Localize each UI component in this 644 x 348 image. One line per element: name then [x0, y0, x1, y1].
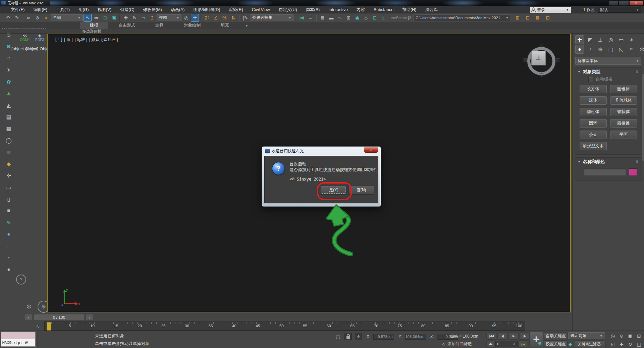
menu-item[interactable]: 视图(V) — [93, 6, 116, 13]
ribbon-tab[interactable]: 选择 — [145, 22, 174, 29]
menu-item[interactable]: 图形编辑器(D) — [189, 6, 224, 13]
reference-coordinate-dropdown[interactable]: 视图 ▼ — [157, 14, 181, 21]
pan-icon[interactable]: ✚ — [618, 340, 626, 348]
rectangular-selection-icon[interactable]: □ — [101, 14, 109, 22]
minimize-button[interactable]: ─ — [608, 0, 619, 6]
spinner-snap-icon[interactable]: ⇅ — [229, 14, 237, 22]
window-copy-icon[interactable]: ⊠ — [534, 14, 542, 22]
menu-item[interactable]: Interactive — [324, 6, 352, 13]
geometry-category-dropdown[interactable]: 标准基本体 ▼ — [575, 57, 641, 65]
maxscript-mini-listener[interactable]: MAXScript 迷 — [1, 332, 36, 347]
menu-item[interactable]: 脚本(S) — [302, 6, 324, 13]
chevron-down-icon[interactable]: ▼ — [245, 24, 248, 28]
primitive-button[interactable]: 长方体 — [580, 85, 607, 93]
edit-named-selections-icon[interactable]: {✎ — [241, 14, 249, 22]
menu-item[interactable]: 帮助(H) — [398, 6, 421, 13]
key-filters-button[interactable]: 关键点过滤器.. — [575, 340, 606, 348]
auto-key-button[interactable]: 自动关键点 — [544, 332, 568, 340]
no-button[interactable]: 否(N) — [348, 186, 374, 195]
select-and-manipulate-icon[interactable]: ✛ — [191, 14, 199, 22]
primitive-button[interactable]: 几何球体 — [610, 96, 637, 105]
current-frame-field[interactable]: 0 ⇕ — [495, 341, 518, 347]
maximize-button[interactable]: ▢ — [619, 0, 629, 6]
layers-icon[interactable]: ≣ — [4, 148, 13, 156]
compass-south[interactable]: 南 — [539, 72, 544, 78]
layer-manager-icon[interactable]: ≣ — [318, 14, 326, 22]
curve-editor-icon[interactable]: ∿ — [336, 14, 344, 22]
object-type-header[interactable]: ▼ 对象类型 ⠿ — [575, 68, 642, 76]
viewport-label-part[interactable]: [ 顶 ] — [64, 37, 72, 43]
screen-icon[interactable]: ▯ — [4, 195, 13, 203]
x-coordinate-field[interactable]: -9.573cm — [373, 334, 394, 340]
dialog-title-bar[interactable]: 3 欢迎使用快速布光 — [262, 147, 381, 155]
menu-item[interactable]: 溜云库 — [421, 6, 442, 13]
primitive-button[interactable]: 球体 — [580, 96, 607, 105]
primitive-button[interactable]: 茶壶 — [580, 131, 607, 139]
play-icon[interactable]: ▶ — [508, 332, 519, 340]
tree-icon[interactable]: ▲ — [4, 89, 13, 98]
time-slider-track[interactable]: 0510152025303540455055606570758085909510… — [44, 321, 525, 331]
cameras-icon[interactable]: ▢ — [606, 45, 615, 54]
menu-item[interactable]: 内容 — [352, 6, 369, 13]
settings-gear-icon[interactable]: ✻ — [23, 301, 34, 312]
primitive-button[interactable]: 管状体 — [610, 108, 637, 116]
window-down-icon[interactable]: ⊟ — [524, 14, 532, 22]
gizmo-icon[interactable]: ✛ — [4, 171, 13, 180]
jar-icon[interactable]: ◆ — [4, 159, 13, 168]
ribbon-tab[interactable]: 对象绘制 — [174, 22, 211, 29]
name-color-header[interactable]: ▼ 名称和颜色 ⠿ — [575, 158, 642, 166]
align-icon[interactable]: ≡ — [306, 14, 314, 22]
panel-scrollbar[interactable] — [642, 74, 644, 161]
primitive-button[interactable]: 平面 — [610, 131, 637, 139]
time-slider-handle[interactable] — [47, 322, 51, 331]
viewport-label-part[interactable]: [ 标准 ] — [75, 37, 87, 43]
orbit-icon[interactable]: ↻ — [626, 340, 634, 348]
utilities-tab-icon[interactable]: ✶ — [627, 35, 636, 44]
teapot-icon[interactable]: ♨ — [4, 30, 13, 39]
next-frame-icon[interactable]: |▶ — [520, 332, 530, 340]
motion-tab-icon[interactable]: ◎ — [606, 35, 615, 44]
monitor-icon[interactable]: ▭ — [4, 183, 13, 192]
undo-icon[interactable]: ↶ — [4, 14, 12, 22]
project-folder-dropdown[interactable]: C:\Users\Administrator\Documents\3ds Max… — [413, 14, 511, 21]
login-dropdown[interactable]: 登录 ▼ — [530, 7, 571, 13]
zoom-region-icon[interactable]: ⊡ — [609, 340, 617, 348]
zoom-extents-icon[interactable]: ▣ — [626, 332, 634, 340]
render-production-icon[interactable]: ♨ — [379, 14, 387, 22]
menu-item[interactable]: 编辑(E) — [29, 6, 52, 13]
box-icon[interactable]: ▪ — [4, 253, 13, 262]
zoom-extents-all-icon[interactable]: ⊞ — [635, 332, 643, 340]
lights-icon[interactable]: ☀ — [596, 45, 605, 54]
select-and-move-icon[interactable]: ✚ — [122, 14, 130, 22]
primitive-button[interactable]: 圆环 — [580, 119, 607, 128]
select-and-link-icon[interactable]: ∞ — [24, 14, 33, 22]
key-mode-icon[interactable]: ◆ — [567, 341, 574, 347]
mirror-icon[interactable]: ⋈ — [298, 14, 306, 22]
select-and-scale-icon[interactable]: ▱ — [139, 14, 147, 22]
window-crossing-icon[interactable]: ▣ — [110, 14, 118, 22]
spray-icon[interactable]: ✿ — [4, 77, 13, 86]
dialog-close-button[interactable]: ✕ — [364, 147, 378, 153]
menu-item[interactable]: Civil View — [248, 6, 274, 13]
select-and-rotate-icon[interactable]: ↻ — [130, 14, 139, 22]
menu-item[interactable]: 文件(F) — [6, 6, 29, 13]
menu-item[interactable]: 工具(T) — [52, 6, 74, 13]
menu-item[interactable]: 组(G) — [74, 6, 93, 13]
previous-frame-button[interactable]: ‹ — [25, 314, 32, 320]
ribbon-tab[interactable]: 建模 — [80, 22, 108, 29]
menu-item[interactable]: 创建(C) — [116, 6, 139, 13]
ring-icon[interactable]: ◯ — [4, 136, 13, 145]
drag-dots-icon[interactable]: ⠿ — [636, 160, 639, 164]
menu-item[interactable]: 动画(A) — [166, 6, 189, 13]
angle-snap-icon[interactable]: ∠ — [212, 14, 220, 22]
systems-icon[interactable]: ✲ — [638, 45, 644, 54]
frame-indicator[interactable]: 0 / 100 — [34, 314, 84, 320]
select-by-name-icon[interactable]: ≔ — [92, 14, 100, 22]
scene-icon[interactable]: ▦ — [4, 124, 13, 133]
plugin-scene-label[interactable]: uneScene [3 — [389, 16, 411, 20]
brush-icon[interactable]: ✎ — [4, 218, 13, 227]
palette-icon[interactable]: ∴ — [4, 242, 13, 250]
shapes-icon[interactable]: ◔ — [586, 45, 594, 54]
ribbon-toggle-icon[interactable]: ▬ — [327, 14, 335, 22]
compass-east[interactable]: 东 — [555, 57, 560, 63]
